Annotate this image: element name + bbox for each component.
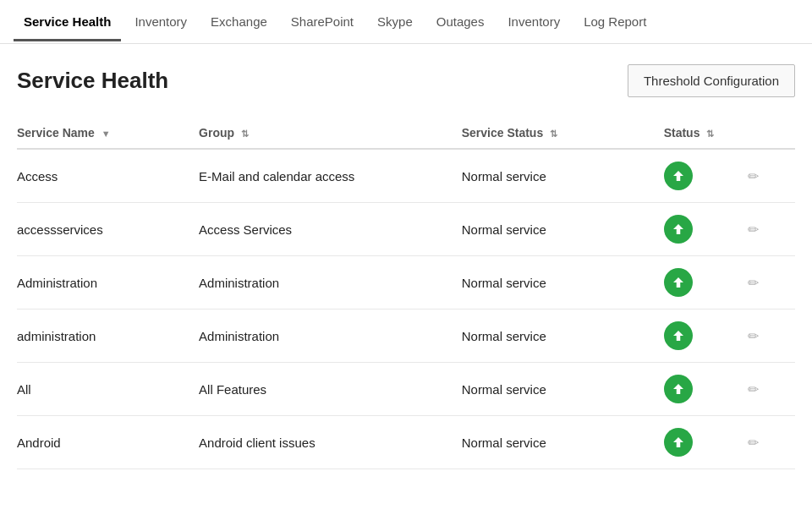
cell-group: Access Services [199, 203, 462, 256]
cell-service-status: Normal service [462, 256, 664, 310]
cell-edit[interactable]: ✏ [744, 416, 795, 469]
cell-status-icon [664, 310, 745, 363]
sort-icon-group: ⇅ [241, 129, 249, 140]
col-header-edit [744, 118, 795, 149]
nav-item-outages[interactable]: Outages [426, 3, 495, 41]
status-up-icon [664, 375, 693, 403]
cell-service-name: All [17, 363, 199, 416]
table-row: Android Android client issues Normal ser… [17, 416, 795, 469]
table-row: accessservices Access Services Normal se… [17, 203, 795, 256]
cell-service-status: Normal service [462, 203, 664, 256]
cell-service-status: Normal service [462, 310, 664, 363]
table-row: administration Administration Normal ser… [17, 310, 795, 363]
nav-item-exchange[interactable]: Exchange [200, 3, 277, 41]
page-header: Service Health Threshold Configuration [17, 64, 795, 97]
cell-service-name: Administration [17, 256, 199, 310]
nav-item-log-report[interactable]: Log Report [573, 3, 656, 41]
cell-service-name: Android [17, 416, 199, 469]
cell-status-icon [664, 149, 745, 203]
status-up-icon [664, 268, 693, 297]
table-header-row: Service Name ▼ Group ⇅ Service Status ⇅ … [17, 118, 795, 149]
edit-icon[interactable]: ✏ [744, 219, 762, 240]
cell-service-name: Access [17, 149, 199, 203]
threshold-configuration-button[interactable]: Threshold Configuration [628, 64, 795, 97]
top-navigation: Service Health Inventory Exchange ShareP… [0, 0, 812, 44]
cell-service-name: accessservices [17, 203, 199, 256]
col-header-service-status[interactable]: Service Status ⇅ [462, 118, 664, 149]
edit-icon[interactable]: ✏ [744, 379, 762, 400]
cell-service-status: Normal service [462, 416, 664, 469]
page-title: Service Health [17, 68, 168, 94]
cell-service-status: Normal service [462, 363, 664, 416]
table-row: Administration Administration Normal ser… [17, 256, 795, 310]
status-up-icon [664, 162, 693, 190]
cell-group: E-Mail and calendar access [199, 149, 462, 203]
sort-icon-status: ⇅ [706, 129, 714, 140]
cell-edit[interactable]: ✏ [744, 363, 795, 416]
service-health-table: Service Name ▼ Group ⇅ Service Status ⇅ … [17, 118, 795, 469]
cell-status-icon [664, 203, 745, 256]
edit-icon[interactable]: ✏ [744, 326, 762, 347]
edit-icon[interactable]: ✏ [744, 272, 762, 293]
page-content: Service Health Threshold Configuration S… [0, 44, 812, 486]
edit-icon[interactable]: ✏ [744, 432, 762, 453]
cell-status-icon [664, 256, 745, 310]
nav-item-skype[interactable]: Skype [367, 3, 423, 41]
cell-edit[interactable]: ✏ [744, 256, 795, 310]
cell-group: Android client issues [199, 416, 462, 469]
cell-group: Administration [199, 310, 462, 363]
table-row: All All Features Normal service ✏ [17, 363, 795, 416]
nav-item-inventory2[interactable]: Inventory [497, 3, 570, 41]
cell-status-icon [664, 363, 745, 416]
cell-edit[interactable]: ✏ [744, 149, 795, 203]
col-header-group[interactable]: Group ⇅ [199, 118, 462, 149]
col-header-service-name[interactable]: Service Name ▼ [17, 118, 199, 149]
status-up-icon [664, 215, 693, 244]
cell-service-status: Normal service [462, 149, 664, 203]
cell-service-name: administration [17, 310, 199, 363]
cell-status-icon [664, 416, 745, 469]
status-up-icon [664, 321, 693, 350]
cell-edit[interactable]: ✏ [744, 310, 795, 363]
cell-group: All Features [199, 363, 462, 416]
cell-edit[interactable]: ✏ [744, 203, 795, 256]
nav-item-service-health[interactable]: Service Health [14, 3, 121, 41]
nav-item-inventory[interactable]: Inventory [124, 3, 197, 41]
status-up-icon [664, 428, 693, 457]
edit-icon[interactable]: ✏ [744, 166, 762, 187]
cell-group: Administration [199, 256, 462, 310]
sort-icon-service-name: ▼ [102, 129, 111, 139]
col-header-status[interactable]: Status ⇅ [664, 118, 745, 149]
table-row: Access E-Mail and calendar access Normal… [17, 149, 795, 203]
nav-item-sharepoint[interactable]: SharePoint [281, 3, 364, 41]
sort-icon-service-status: ⇅ [550, 129, 557, 140]
